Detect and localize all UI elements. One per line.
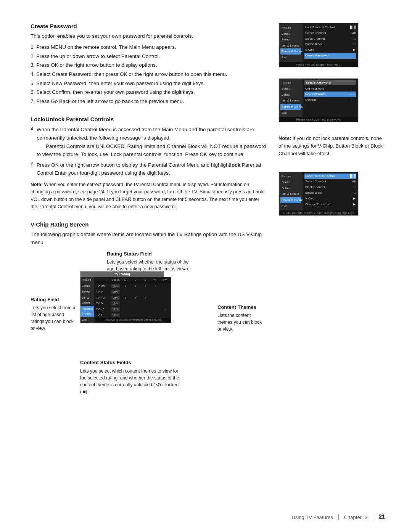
- m3-block: Block Channel□: [304, 185, 356, 190]
- menu-screenshot-3: Picture Sound Setup List & Labels Parent…: [278, 172, 359, 216]
- footer-chapter-label: Chapter: [344, 514, 362, 520]
- menu3-caption: To lock parental controls, enter 4-digit…: [279, 211, 358, 215]
- footer-divider: [338, 514, 339, 520]
- m2-parental: Parental Control: [280, 104, 301, 110]
- m3-exit: Exit: [280, 203, 301, 209]
- step-3: 3. Press OK or the right arrow button to…: [31, 61, 267, 69]
- lock-unlock-heading: Lock/Unlock Parental Controls: [31, 116, 267, 122]
- m3-setup: Setup: [280, 185, 301, 191]
- menu3-sidebar: Picture Sound Setup List & Labels Parent…: [279, 172, 303, 211]
- m1-button: Button Block□: [304, 42, 356, 47]
- menu1-caption: Press > or OK to open this menu.: [279, 62, 358, 67]
- sidebar-exit: Exit: [80, 317, 94, 323]
- menu2-caption: Please input your new password.: [279, 117, 358, 122]
- m3-change: Change Password▶: [304, 202, 356, 207]
- step-1: 1. Press MENU on the remote control. The…: [31, 43, 267, 51]
- menu1-main: Lock Parental Control▐▌▐ Select ChannelA…: [303, 23, 358, 62]
- tv-row-y: TV-YView: [95, 312, 170, 318]
- sidebar-setup: Setup: [80, 289, 94, 295]
- m1-block: Block Channel□: [304, 36, 356, 42]
- m1-create: Create Password: [304, 53, 356, 59]
- m1-picture: Picture: [280, 25, 301, 31]
- tv-rating-sidebar: Picture Sound Setup List & Labels Parent…: [80, 277, 94, 323]
- m3-lock: Lock Parental Control▐▌▐: [304, 174, 356, 179]
- footer-using-tv: Using TV Features: [292, 514, 333, 520]
- m1-sound: Sound: [280, 31, 301, 37]
- m3-select: Select ChannelAll: [304, 179, 356, 185]
- step-2: 2. Press the up or down arrow to select …: [31, 52, 267, 61]
- m2-confirm: Confirm- - - -: [304, 97, 356, 103]
- note-box-right: Note: If you do not lock parental contro…: [278, 135, 385, 158]
- tv-row-pg: TV-PGView♪♪♪: [95, 294, 170, 301]
- create-password-heading: Create Password: [31, 23, 267, 29]
- vchip-diagram: Rating Status Field Lets you select whet…: [31, 250, 267, 395]
- tv-rating-box: TV Rating Picture Sound Setup List & Lab…: [80, 271, 164, 323]
- create-password-section: Create Password This option enables you …: [31, 23, 267, 105]
- menu1-sidebar: Picture Sound Setup List & Labels Parent…: [279, 23, 303, 62]
- rating-field-annotation: Rating Field Lets you select from a list…: [31, 296, 76, 332]
- create-password-intro: This option enables you to set your own …: [31, 32, 267, 40]
- menu-screenshot-1: Picture Sound Setup List & Labels Parent…: [278, 23, 359, 68]
- m1-parental: Parental Control: [280, 48, 301, 55]
- m1-lock: Lock Parental Control▐▌▐: [304, 25, 356, 31]
- m3-sound: Sound: [280, 179, 301, 185]
- content-themes-annotation: Content Themes Lists the content themes …: [217, 304, 267, 333]
- tv-row-g: TV-GView: [95, 301, 170, 306]
- m1-vchip: V-Chip▶: [304, 47, 356, 53]
- m1-setup: Setup: [280, 37, 301, 43]
- lock-unlock-bullets: When the Parental Control Menu is access…: [31, 125, 267, 177]
- vchip-intro: The following graphic details where item…: [31, 231, 267, 246]
- content-status-annotation: Content Status Fields Lets you select wh…: [80, 359, 179, 395]
- m2-new: New Password- - - -: [304, 92, 356, 97]
- vchip-heading: V-Chip Rating Screen: [31, 221, 267, 228]
- tv-rating-title: TV Rating: [80, 272, 164, 277]
- m1-select: Select ChannelAll: [304, 31, 356, 36]
- menu2-sidebar: Picture Sound Setup List & Labels Parent…: [279, 79, 303, 117]
- tv-row-y7: TV-Y7View♪: [95, 306, 170, 312]
- footer-divider2: [373, 514, 373, 520]
- m1-exit: Exit: [280, 55, 301, 61]
- tv-row-14: TV-14View: [95, 289, 170, 294]
- sidebar-list: List & Labels: [80, 295, 94, 306]
- m3-list: List & Labels: [280, 191, 301, 197]
- m2-exit: Exit: [280, 110, 301, 116]
- menu-screenshot-2: Picture Sound Setup List & Labels Parent…: [278, 78, 359, 123]
- vchip-section: V-Chip Rating Screen The following graph…: [31, 221, 267, 395]
- step-6: 6. Select Confirm, then re-enter your ow…: [31, 88, 267, 96]
- menu3-main: Lock Parental Control▐▌▐ Select ChannelA…: [303, 172, 358, 211]
- m1-list: List & Labels: [280, 43, 301, 49]
- m2-sound: Sound: [280, 86, 301, 92]
- page-number: 21: [378, 514, 385, 521]
- step-5: 5. Select New Password, then enter your …: [31, 79, 267, 88]
- note-password: Note: When you enter the correct passwor…: [31, 181, 267, 211]
- step-7: 7. Press Go Back or the left arrow to go…: [31, 97, 267, 106]
- tv-rating-main: Status D L S V FV TV-MAView♪♪♪♪: [94, 277, 171, 323]
- tv-caption: Press OK to view/block programs with thi…: [95, 318, 170, 322]
- bullet-2: Press OK or the right arrow button to di…: [31, 161, 267, 177]
- tv-col-header: Status D L S V FV: [95, 278, 170, 282]
- sidebar-sound: Sound: [80, 283, 94, 289]
- m2-title: Create Password: [304, 80, 356, 85]
- m2-setup: Setup: [280, 92, 301, 98]
- sidebar-picture: Picture: [80, 277, 94, 283]
- lock-unlock-section: Lock/Unlock Parental Controls When the P…: [31, 116, 267, 211]
- m2-picture: Picture: [280, 80, 301, 86]
- m2-old: Old Password- - - -: [304, 86, 356, 92]
- m3-picture: Picture: [280, 174, 301, 180]
- step-4: 4. Select Create Password; then press OK…: [31, 70, 267, 79]
- menu2-main: Create Password Old Password- - - - New …: [303, 79, 358, 117]
- m2-list: List & Labels: [280, 98, 301, 104]
- m3-button: Button Block□: [304, 190, 356, 196]
- sidebar-parental: Parental Control: [80, 306, 94, 317]
- footer-chapter-num: 3: [365, 514, 367, 520]
- m3-vchip: V-Chip▶: [304, 196, 356, 202]
- right-column: Picture Sound Setup List & Labels Parent…: [278, 23, 385, 406]
- page-footer: Using TV Features Chapter 3 21: [0, 514, 412, 521]
- create-password-steps: 1. Press MENU on the remote control. The…: [31, 43, 267, 105]
- m3-parental: Parental Control: [280, 197, 301, 203]
- bullet-1: When the Parental Control Menu is access…: [31, 125, 267, 158]
- tv-row-ma: TV-MAView♪♪♪♪: [95, 283, 170, 289]
- main-content: Create Password This option enables you …: [31, 23, 267, 406]
